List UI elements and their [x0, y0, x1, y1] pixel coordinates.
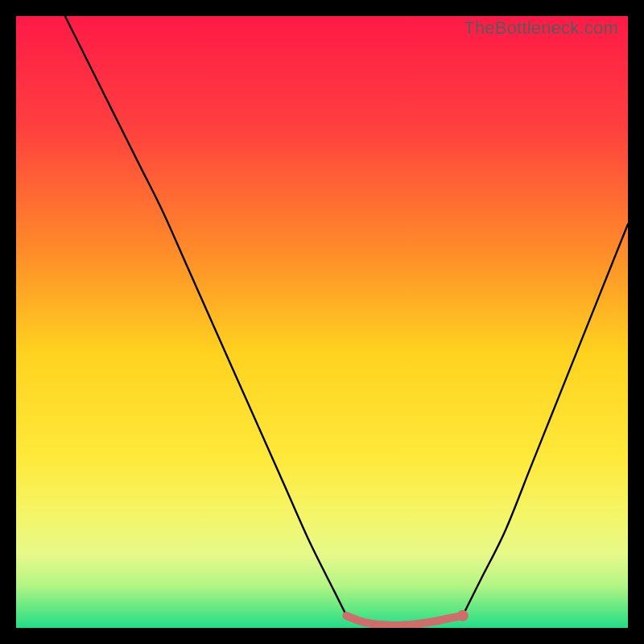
- highlight-flat: [346, 616, 462, 625]
- chart-stage: TheBottleneck.com: [0, 0, 644, 644]
- curve-left: [65, 16, 347, 616]
- curve-right: [463, 224, 628, 615]
- watermark-text: TheBottleneck.com: [464, 18, 618, 39]
- highlight-endpoint: [457, 610, 469, 621]
- curves-layer: [16, 16, 628, 628]
- plot-area: TheBottleneck.com: [16, 16, 628, 628]
